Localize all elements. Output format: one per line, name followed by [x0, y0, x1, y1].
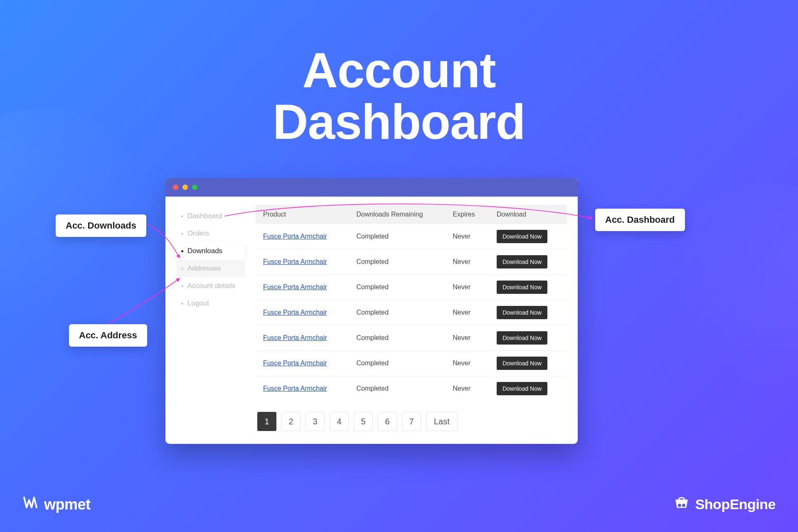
page-title: Account Dashboard	[0, 45, 798, 148]
cell-remaining: Completed	[349, 224, 445, 249]
pagination: 1 2 3 4 5 6 7 Last	[256, 412, 567, 431]
cell-expires: Never	[445, 325, 489, 351]
footer-brand-label: wpmet	[44, 496, 91, 513]
download-button[interactable]: Download Now	[497, 255, 547, 268]
table-row: Fusce Porta Armchair Completed Never Dow…	[256, 351, 567, 376]
bullet-icon	[181, 233, 183, 235]
col-expires: Expires	[445, 205, 489, 224]
traffic-light-minimize-icon[interactable]	[182, 185, 188, 190]
col-remaining: Downloads Remaining	[349, 205, 445, 224]
svg-point-0	[678, 504, 681, 507]
table-header-row: Product Downloads Remaining Expires Down…	[256, 205, 567, 224]
bullet-icon	[181, 303, 183, 305]
product-link[interactable]: Fusce Porta Armchair	[263, 258, 327, 265]
cell-expires: Never	[445, 249, 489, 275]
sidebar-item-dashboard[interactable]: Dashboard	[176, 207, 245, 225]
page-button-3[interactable]: 3	[305, 412, 325, 431]
traffic-light-close-icon[interactable]	[173, 185, 178, 190]
annotation-acc-downloads: Acc. Downloads	[56, 214, 146, 237]
bullet-icon	[181, 268, 183, 270]
download-button[interactable]: Download Now	[497, 230, 547, 243]
product-link[interactable]: Fusce Porta Armchair	[263, 233, 327, 240]
footer-brand-label: ShopEngine	[695, 496, 776, 512]
sidebar-item-label: Logout	[187, 299, 209, 308]
bullet-icon	[181, 215, 183, 217]
annotation-label: Acc. Downloads	[66, 220, 136, 231]
cell-remaining: Completed	[349, 376, 445, 401]
col-product: Product	[256, 205, 349, 224]
footer-brand-wpmet: wpmet	[22, 494, 91, 515]
sidebar-item-label: Orders	[187, 229, 209, 238]
footer-brand-shopengine: ShopEngine	[673, 494, 776, 515]
cell-expires: Never	[445, 376, 489, 401]
traffic-light-zoom-icon[interactable]	[192, 185, 197, 190]
cell-remaining: Completed	[349, 351, 445, 376]
sidebar-item-addresses[interactable]: Addresses	[176, 260, 245, 277]
svg-point-1	[682, 504, 685, 507]
page-button-1[interactable]: 1	[257, 412, 276, 431]
page-button-7[interactable]: 7	[402, 412, 421, 431]
table-row: Fusce Porta Armchair Completed Never Dow…	[256, 224, 567, 249]
product-link[interactable]: Fusce Porta Armchair	[263, 385, 327, 392]
download-button[interactable]: Download Now	[497, 357, 547, 370]
window-titlebar	[165, 178, 578, 197]
cell-expires: Never	[445, 275, 489, 300]
bullet-icon	[181, 285, 183, 287]
page-title-line2: Dashboard	[273, 94, 525, 149]
window-body: Dashboard Orders Downloads Addresses Acc…	[165, 197, 578, 444]
download-button[interactable]: Download Now	[497, 281, 547, 294]
download-button[interactable]: Download Now	[497, 306, 547, 319]
wpmet-logo-icon	[22, 494, 39, 515]
sidebar-item-label: Dashboard	[187, 212, 222, 220]
table-row: Fusce Porta Armchair Completed Never Dow…	[256, 376, 567, 401]
page-title-line1: Account	[303, 43, 496, 98]
table-row: Fusce Porta Armchair Completed Never Dow…	[256, 300, 567, 325]
sidebar-item-logout[interactable]: Logout	[176, 295, 245, 312]
download-button[interactable]: Download Now	[497, 382, 547, 395]
col-download: Download	[489, 205, 567, 224]
download-button[interactable]: Download Now	[497, 331, 547, 345]
cell-expires: Never	[445, 300, 489, 325]
bullet-icon	[181, 250, 183, 252]
page-button-2[interactable]: 2	[281, 412, 300, 431]
sidebar-item-label: Addresses	[187, 264, 221, 273]
sidebar-item-label: Account details	[187, 282, 235, 290]
annotation-label: Acc. Dashboard	[605, 214, 675, 225]
downloads-table: Product Downloads Remaining Expires Down…	[256, 205, 567, 401]
product-link[interactable]: Fusce Porta Armchair	[263, 309, 327, 316]
sidebar-item-account-details[interactable]: Account details	[176, 277, 245, 295]
table-row: Fusce Porta Armchair Completed Never Dow…	[256, 325, 567, 351]
product-link[interactable]: Fusce Porta Armchair	[263, 334, 327, 341]
table-row: Fusce Porta Armchair Completed Never Dow…	[256, 275, 567, 300]
browser-window: Dashboard Orders Downloads Addresses Acc…	[165, 178, 578, 444]
cell-expires: Never	[445, 224, 489, 249]
page-button-last[interactable]: Last	[426, 412, 458, 431]
cell-remaining: Completed	[349, 325, 445, 351]
shopengine-logo-icon	[673, 494, 690, 515]
product-link[interactable]: Fusce Porta Armchair	[263, 360, 327, 367]
sidebar-item-orders[interactable]: Orders	[176, 225, 245, 242]
page-button-6[interactable]: 6	[378, 412, 397, 431]
cell-remaining: Completed	[349, 249, 445, 275]
account-sidebar: Dashboard Orders Downloads Addresses Acc…	[176, 205, 245, 434]
sidebar-item-downloads[interactable]: Downloads	[176, 242, 245, 260]
cell-remaining: Completed	[349, 275, 445, 300]
cell-remaining: Completed	[349, 300, 445, 325]
table-row: Fusce Porta Armchair Completed Never Dow…	[256, 249, 567, 275]
page-button-5[interactable]: 5	[354, 412, 373, 431]
cell-expires: Never	[445, 351, 489, 376]
page-button-4[interactable]: 4	[330, 412, 349, 431]
annotation-acc-address: Acc. Address	[69, 324, 147, 347]
annotation-label: Acc. Address	[79, 330, 137, 340]
product-link[interactable]: Fusce Porta Armchair	[263, 283, 327, 291]
annotation-acc-dashboard: Acc. Dashboard	[595, 209, 685, 231]
downloads-panel: Product Downloads Remaining Expires Down…	[256, 205, 567, 434]
sidebar-item-label: Downloads	[187, 247, 222, 255]
